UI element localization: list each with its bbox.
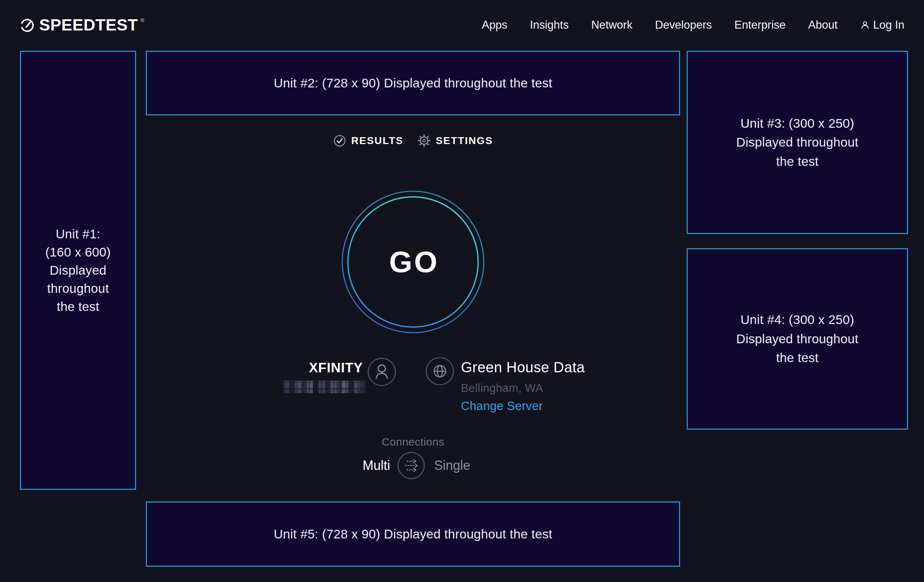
server-name: Green House Data: [461, 359, 585, 376]
go-label: GO: [340, 190, 485, 335]
gear-icon: [417, 134, 431, 147]
redacted-block: [337, 381, 342, 393]
tab-settings-label: SETTINGS: [436, 135, 493, 147]
ad-unit-1: Unit #1: (160 x 600) Displayed throughou…: [20, 51, 136, 490]
redacted-block: [342, 381, 348, 393]
tab-results-label: RESULTS: [351, 135, 404, 147]
nav-item-about[interactable]: About: [808, 18, 838, 31]
ad-unit-4-text: Unit #4: (300 x 250) Displayed throughou…: [736, 310, 859, 368]
redacted-block: [301, 381, 307, 393]
speedtest-logo[interactable]: SPEEDTEST ®: [19, 17, 144, 33]
logo-text: SPEEDTEST: [39, 17, 138, 33]
redacted-block: [331, 381, 337, 393]
nav-item-insights[interactable]: Insights: [530, 18, 569, 31]
nav-item-apps[interactable]: Apps: [482, 18, 507, 31]
connections-toggle[interactable]: [397, 452, 425, 480]
globe-icon: [425, 357, 454, 386]
redacted-block: [295, 381, 301, 393]
ad-unit-4: Unit #4: (300 x 250) Displayed throughou…: [686, 248, 908, 430]
ad-unit-1-text: Unit #1: (160 x 600) Displayed throughou…: [45, 225, 111, 316]
multi-connections-icon: [397, 452, 425, 480]
redacted-block: [289, 381, 295, 393]
ad-unit-2: Unit #2: (728 x 90) Displayed throughout…: [146, 51, 680, 115]
ad-unit-2-text: Unit #2: (728 x 90) Displayed throughout…: [274, 74, 553, 93]
redacted-block: [360, 381, 366, 393]
nav-item-developers[interactable]: Developers: [655, 18, 712, 31]
login-label: Log In: [873, 18, 904, 31]
check-circle-icon: [333, 134, 346, 147]
logo-trademark: ®: [140, 17, 144, 23]
nav-item-network[interactable]: Network: [591, 18, 633, 31]
nav-item-enterprise[interactable]: Enterprise: [734, 18, 785, 31]
change-server-link[interactable]: Change Server: [461, 399, 543, 413]
speedtest-page: SPEEDTEST ® Apps Insights Network Develo…: [0, 0, 924, 582]
tab-results[interactable]: RESULTS: [333, 134, 404, 147]
header: SPEEDTEST ® Apps Insights Network Develo…: [0, 0, 924, 50]
user-icon: [367, 358, 396, 386]
server-globe-badge: [425, 357, 454, 387]
connections-single-option[interactable]: Single: [434, 458, 470, 473]
person-icon: [860, 20, 870, 30]
connections-label: Connections: [146, 436, 680, 448]
main-nav: Apps Insights Network Developers Enterpr…: [482, 0, 904, 50]
ad-unit-3: Unit #3: (300 x 250) Displayed throughou…: [686, 51, 908, 234]
redacted-block: [348, 381, 354, 393]
server-location: Bellingham, WA: [461, 382, 543, 395]
nav-item-login[interactable]: Log In: [860, 18, 904, 31]
redacted-block: [313, 381, 318, 393]
tab-bar: RESULTS SETTINGS: [146, 134, 680, 147]
redacted-block: [307, 381, 313, 393]
ad-unit-5: Unit #5: (728 x 90) Displayed throughout…: [146, 501, 680, 567]
isp-user-badge: [367, 358, 396, 388]
ad-unit-3-text: Unit #3: (300 x 250) Displayed throughou…: [736, 114, 859, 171]
redacted-block: [284, 381, 289, 393]
redacted-ip: [284, 381, 366, 393]
speedtest-gauge-icon: [19, 17, 35, 33]
tab-settings[interactable]: SETTINGS: [417, 134, 493, 147]
redacted-block: [325, 381, 331, 393]
connections-multi-option[interactable]: Multi: [327, 458, 390, 473]
redacted-block: [354, 381, 360, 393]
go-button[interactable]: GO: [340, 190, 485, 335]
redacted-block: [318, 381, 325, 393]
isp-name: XFINITY: [232, 360, 363, 376]
ad-unit-5-text: Unit #5: (728 x 90) Displayed throughout…: [274, 525, 553, 544]
